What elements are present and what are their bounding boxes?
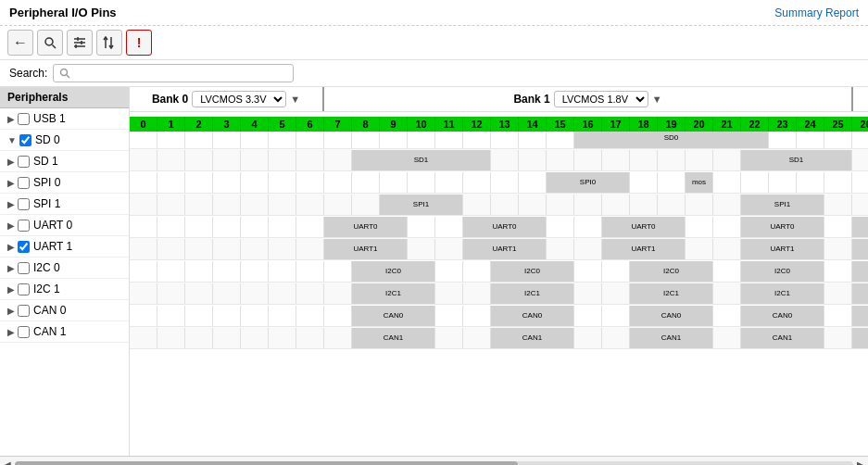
data-rows: SD0SD1SD1SSPI0mosSPI0SPI1SPI1UART0UART0U… bbox=[130, 127, 868, 349]
data-cell-i2c1-8: I2C1 bbox=[352, 283, 435, 304]
sidebar-item-usb1[interactable]: ▶USB 1 bbox=[0, 108, 129, 130]
bank0-voltage-select[interactable]: LVCMOS 3.3V LVCMOS 1.8V LVCMOS 2.5V bbox=[192, 91, 286, 107]
main-content: Peripherals ▶USB 1▼SD 0▶SD 1▶SPI 0▶SPI 1… bbox=[0, 87, 868, 456]
sidebar-item-uart0[interactable]: ▶UART 0 bbox=[0, 215, 129, 236]
sidebar-item-i2c0[interactable]: ▶I2C 0 bbox=[0, 258, 129, 279]
back-button[interactable]: ← bbox=[7, 30, 33, 56]
data-cell-can0-13: CAN0 bbox=[491, 306, 574, 326]
data-cell-sd1-15 bbox=[547, 150, 574, 170]
data-cell-spi0-23 bbox=[769, 172, 797, 193]
expand-arrow: ▶ bbox=[7, 157, 15, 167]
page-title: Peripheral I/O Pins bbox=[9, 6, 117, 19]
pin-number-13: 13 bbox=[491, 117, 519, 132]
sidebar-item-can1[interactable]: ▶CAN 1 bbox=[0, 321, 129, 343]
data-cell-i2c0-11 bbox=[435, 261, 463, 282]
data-cell-can1-3 bbox=[213, 328, 241, 348]
scroll-left-arrow[interactable]: ◀ bbox=[4, 459, 11, 465]
sidebar-item-sd1[interactable]: ▶SD 1 bbox=[0, 151, 129, 172]
sidebar-item-label: I2C 1 bbox=[33, 283, 60, 295]
checkbox-uart0[interactable] bbox=[18, 220, 30, 232]
sidebar-item-can0[interactable]: ▶CAN 0 bbox=[0, 300, 129, 321]
filter2-button[interactable] bbox=[96, 30, 122, 56]
data-row-uart1: UART1UART1UART1UART1UART1UA bbox=[130, 238, 868, 260]
pin-number-3: 3 bbox=[213, 117, 241, 132]
checkbox-spi1[interactable] bbox=[18, 198, 30, 210]
checkbox-can0[interactable] bbox=[18, 305, 30, 317]
data-cell-sd1-3 bbox=[213, 150, 241, 170]
checkbox-sd1[interactable] bbox=[18, 156, 30, 168]
checkbox-sd0[interactable] bbox=[19, 134, 31, 146]
data-cell-i2c1-4 bbox=[241, 283, 269, 304]
sidebar-item-spi1[interactable]: ▶SPI 1 bbox=[0, 194, 129, 215]
data-cell-i2c1-26: I2C1 bbox=[852, 283, 868, 304]
search-icon bbox=[44, 36, 57, 49]
data-cell-uart1-4 bbox=[241, 239, 269, 259]
data-cell-i2c0-21 bbox=[713, 261, 741, 282]
data-cell-i2c0-12 bbox=[463, 261, 491, 282]
data-cell-uart1-17: UART1 bbox=[602, 239, 686, 259]
data-cell-can0-26: CAN0 bbox=[852, 306, 868, 326]
pin-number-14: 14 bbox=[519, 117, 547, 132]
checkbox-i2c1[interactable] bbox=[18, 283, 30, 295]
grid-area[interactable]: Bank 0 LVCMOS 3.3V LVCMOS 1.8V LVCMOS 2.… bbox=[130, 87, 868, 456]
error-button[interactable]: ! bbox=[126, 30, 152, 56]
data-cell-spi1-3 bbox=[213, 195, 241, 215]
sidebar-item-label: USB 1 bbox=[33, 112, 66, 125]
data-cell-can1-6 bbox=[296, 328, 324, 348]
data-cell-spi1-4 bbox=[241, 195, 269, 215]
scrollbar-thumb[interactable] bbox=[15, 461, 518, 466]
pin-number-7: 7 bbox=[324, 117, 352, 132]
data-cell-spi0-4 bbox=[241, 172, 269, 193]
pin-number-21: 21 bbox=[713, 117, 741, 132]
sort-icon bbox=[103, 36, 116, 49]
data-cell-can1-21 bbox=[713, 328, 741, 348]
data-cell-i2c0-6 bbox=[296, 261, 324, 282]
data-cell-i2c1-3 bbox=[213, 283, 241, 304]
checkbox-spi0[interactable] bbox=[18, 177, 30, 189]
pin-number-18: 18 bbox=[630, 117, 658, 132]
data-cell-spi0-14 bbox=[519, 172, 547, 193]
data-cell-sd1-7 bbox=[324, 150, 352, 170]
pin-number-0: 0 bbox=[130, 117, 157, 132]
data-cell-can1-13: CAN1 bbox=[491, 328, 574, 348]
data-cell-can1-1 bbox=[157, 328, 185, 348]
bank1-voltage-select[interactable]: LVCMOS 1.8V LVCMOS 3.3V LVCMOS 2.5V bbox=[554, 91, 648, 107]
data-cell-sd1-20 bbox=[686, 150, 713, 170]
data-cell-uart1-12: UART1 bbox=[463, 239, 547, 259]
search-button[interactable] bbox=[37, 30, 63, 56]
data-cell-spi0-21 bbox=[713, 172, 741, 193]
data-cell-sd1-5 bbox=[269, 150, 296, 170]
data-cell-i2c0-2 bbox=[185, 261, 213, 282]
data-cell-can1-7 bbox=[324, 328, 352, 348]
data-cell-spi1-1 bbox=[157, 195, 185, 215]
search-input-wrap bbox=[53, 64, 294, 82]
checkbox-usb1[interactable] bbox=[18, 113, 30, 125]
sidebar-item-uart1[interactable]: ▶UART 1 bbox=[0, 236, 129, 258]
summary-report-link[interactable]: Summary Report bbox=[774, 6, 859, 19]
pin-number-17: 17 bbox=[602, 117, 630, 132]
bank1-dropdown-icon: ▼ bbox=[652, 94, 662, 105]
sidebar-item-i2c1[interactable]: ▶I2C 1 bbox=[0, 279, 129, 300]
data-cell-spi1-12 bbox=[463, 195, 491, 215]
data-cell-can1-17 bbox=[602, 328, 630, 348]
filter-icon bbox=[73, 37, 86, 48]
scroll-right-arrow[interactable]: ▶ bbox=[857, 459, 864, 465]
filter1-button[interactable] bbox=[67, 30, 93, 56]
checkbox-can1[interactable] bbox=[18, 326, 30, 338]
checkbox-uart1[interactable] bbox=[18, 241, 30, 253]
search-input[interactable] bbox=[74, 67, 278, 80]
sidebar-item-spi0[interactable]: ▶SPI 0 bbox=[0, 172, 129, 194]
data-cell-uart1-0 bbox=[130, 239, 157, 259]
sidebar-item-sd0[interactable]: ▼SD 0 bbox=[0, 130, 129, 151]
bank0-label: Bank 0 bbox=[152, 93, 188, 106]
data-cell-can1-8: CAN1 bbox=[352, 328, 435, 348]
checkbox-i2c0[interactable] bbox=[18, 262, 30, 274]
data-cell-spi1-0 bbox=[130, 195, 157, 215]
expand-arrow: ▶ bbox=[7, 263, 15, 273]
expand-arrow: ▶ bbox=[7, 327, 15, 337]
data-cell-can1-2 bbox=[185, 328, 213, 348]
expand-arrow: ▶ bbox=[7, 242, 15, 252]
data-cell-uart0-11 bbox=[435, 217, 463, 237]
data-cell-i2c0-3 bbox=[213, 261, 241, 282]
horizontal-scrollbar[interactable]: ◀ ▶ bbox=[0, 456, 868, 465]
